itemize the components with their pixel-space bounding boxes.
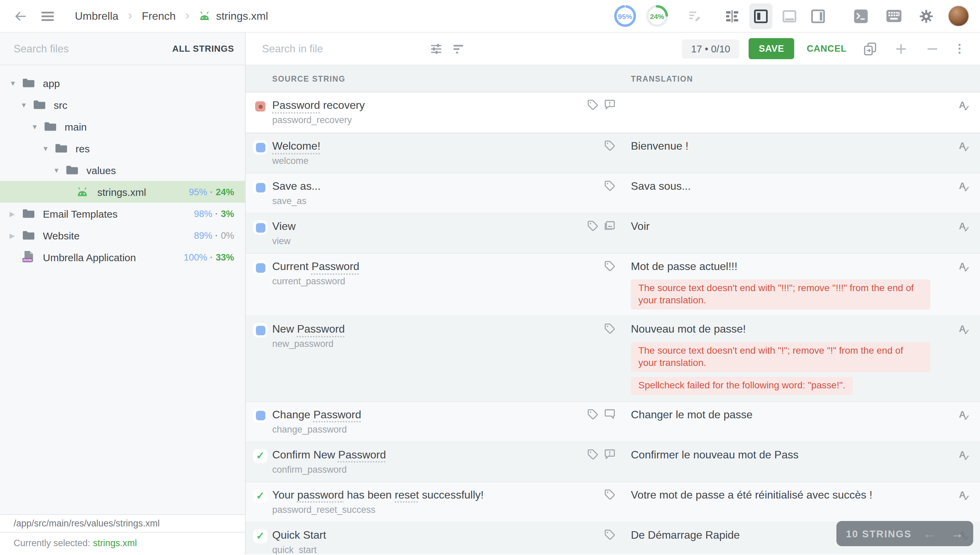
glossary-term[interactable]: Password: [272, 99, 320, 111]
collapse-arrow-icon[interactable]: ▶: [10, 210, 22, 217]
copy-source-button[interactable]: [859, 38, 880, 59]
glossary-term[interactable]: Welcome!: [272, 140, 321, 152]
glossary-term[interactable]: Password: [313, 408, 361, 420]
string-key: save_as: [272, 196, 563, 207]
all-strings-button[interactable]: ALL STRINGS: [172, 43, 234, 54]
tree-item-progress: 95%·24%: [189, 187, 234, 197]
string-row-password_recovery[interactable]: Password recoverypassword_recoveryA✓: [246, 93, 980, 133]
string-row-view[interactable]: ViewviewVoirA✓: [246, 213, 980, 254]
string-meta-icons: [563, 402, 631, 441]
screenshot-icon: [604, 220, 616, 231]
tag-icon: [604, 140, 616, 152]
status-translated-icon: [255, 326, 265, 335]
translated-progress-ring[interactable]: 95%: [613, 4, 637, 28]
tree-item-email-templates[interactable]: ▶Email Templates98%·3%: [0, 203, 245, 225]
spellcheck-icon[interactable]: A✓: [958, 99, 971, 113]
translation-text[interactable]: Mot de passe actuel!!!: [631, 259, 949, 273]
breadcrumb-file[interactable]: strings.xml: [199, 10, 268, 22]
expand-arrow-icon[interactable]: ▼: [42, 144, 55, 152]
translation-text[interactable]: Confirmer le nouveau mot de Pass: [631, 447, 949, 462]
glossary-term[interactable]: Password: [297, 323, 345, 335]
console-button[interactable]: [850, 5, 872, 27]
expand-arrow-icon[interactable]: ▼: [21, 101, 33, 109]
tree-item-umbrella-application[interactable]: JSONUmbrella Application100%·33%: [0, 246, 245, 268]
view-mode-comfortable-button[interactable]: [721, 3, 744, 29]
string-row-save_as[interactable]: Save as...save_asSava sous...A✓: [246, 173, 980, 213]
spellcheck-icon[interactable]: A✓: [958, 408, 971, 422]
qa-error-message: The source text doesn't end with "!!!"; …: [631, 279, 930, 310]
comment-icon: [604, 408, 616, 419]
translation-text[interactable]: Voir: [631, 219, 949, 233]
tree-item-label: src: [54, 99, 67, 111]
expand-arrow-icon[interactable]: ▼: [10, 79, 22, 87]
tree-item-main[interactable]: ▼main: [0, 115, 245, 137]
string-row-confirm_password[interactable]: ✓Confirm New Passwordconfirm_passwordCon…: [246, 442, 980, 482]
spellcheck-icon[interactable]: A✓: [958, 140, 971, 154]
tree-item-label: Email Templates: [43, 208, 118, 219]
translation-text[interactable]: Bienvenue !: [631, 139, 949, 153]
view-mode-bottom-panel-button[interactable]: [778, 3, 801, 29]
zoom-out-button[interactable]: [922, 38, 943, 59]
top-bar: Umbrella › French › strings.xml 95% 24%: [0, 0, 980, 33]
back-button[interactable]: [10, 5, 31, 27]
currently-selected-label: Currently selected:: [14, 538, 90, 548]
currently-selected-file-link[interactable]: strings.xml: [93, 538, 137, 548]
spellcheck-icon[interactable]: A✓: [958, 260, 971, 274]
comfortable-view-icon: [725, 9, 739, 23]
breadcrumb-project[interactable]: Umbrella: [75, 10, 119, 22]
translation-text[interactable]: [631, 98, 949, 99]
spellcheck-icon[interactable]: A✓: [958, 180, 971, 194]
chevron-right-icon: ›: [128, 8, 132, 23]
translation-text[interactable]: Changer le mot de passe: [631, 407, 949, 421]
tree-item-progress: 89%·0%: [194, 230, 234, 241]
glossary-term[interactable]: Password: [338, 449, 386, 460]
view-mode-side-by-side-button[interactable]: [749, 3, 773, 29]
save-button[interactable]: SAVE: [749, 38, 795, 59]
string-row-welcome[interactable]: Welcome!welcomeBienvenue !A✓: [246, 133, 980, 173]
next-page-button[interactable]: →: [951, 526, 964, 541]
collapse-arrow-icon[interactable]: ▶: [10, 232, 22, 239]
previous-page-button[interactable]: ←: [923, 526, 936, 541]
tree-item-values[interactable]: ▼values: [0, 159, 245, 181]
menu-button[interactable]: [37, 5, 58, 27]
translation-text[interactable]: Nouveau mot de passe!: [631, 322, 949, 336]
filter-strings-button[interactable]: [447, 38, 469, 59]
shortcuts-button[interactable]: [883, 5, 904, 27]
search-settings-button[interactable]: [425, 38, 447, 59]
string-meta-icons: [563, 316, 631, 401]
string-row-password_reset_success[interactable]: ✓Your password has been reset successful…: [246, 482, 980, 522]
spellcheck-icon[interactable]: A✓: [958, 489, 971, 502]
tree-item-strings-xml[interactable]: strings.xml95%·24%: [0, 181, 245, 203]
tree-item-src[interactable]: ▼src: [0, 94, 245, 115]
string-row-change_password[interactable]: Change Passwordchange_passwordChanger le…: [246, 402, 980, 442]
zoom-in-button[interactable]: [890, 38, 912, 59]
tree-item-app[interactable]: ▼app: [0, 72, 245, 94]
expand-arrow-icon[interactable]: ▼: [31, 123, 43, 130]
search-files-input[interactable]: [14, 43, 172, 55]
approved-progress-ring[interactable]: 24%: [645, 4, 669, 28]
qa-error-message: The source text doesn't end with "!"; re…: [631, 342, 930, 372]
tree-item-website[interactable]: ▶Website89%·0%: [0, 225, 245, 246]
glossary-term[interactable]: reset: [395, 489, 419, 500]
user-avatar[interactable]: [948, 5, 969, 27]
glossary-term[interactable]: password: [297, 489, 344, 500]
string-row-new_password[interactable]: New Passwordnew_passwordNouveau mot de p…: [246, 316, 980, 402]
translation-text[interactable]: Votre mot de passe a été réinitialisé av…: [631, 487, 949, 502]
string-row-current_password[interactable]: Current Passwordcurrent_passwordMot de p…: [246, 254, 980, 316]
expand-arrow-icon[interactable]: ▼: [53, 166, 65, 174]
strings-table: Password recoverypassword_recoveryA✓Welc…: [246, 93, 980, 554]
plus-icon: [896, 43, 906, 54]
translation-text[interactable]: Sava sous...: [631, 179, 949, 193]
draft-edit-button[interactable]: [684, 5, 706, 27]
cancel-button[interactable]: CANCEL: [804, 38, 849, 59]
spellcheck-icon[interactable]: A✓: [958, 220, 971, 234]
tree-item-res[interactable]: ▼res: [0, 137, 245, 159]
glossary-term[interactable]: Password: [312, 260, 360, 272]
spellcheck-icon[interactable]: A✓: [958, 323, 971, 337]
settings-button[interactable]: [915, 5, 937, 27]
view-mode-right-panel-button[interactable]: [806, 3, 830, 29]
search-in-file-input[interactable]: [262, 43, 425, 55]
more-options-button[interactable]: ⋮: [953, 47, 966, 51]
spellcheck-icon[interactable]: A✓: [958, 449, 971, 462]
breadcrumb-language[interactable]: French: [142, 10, 176, 22]
